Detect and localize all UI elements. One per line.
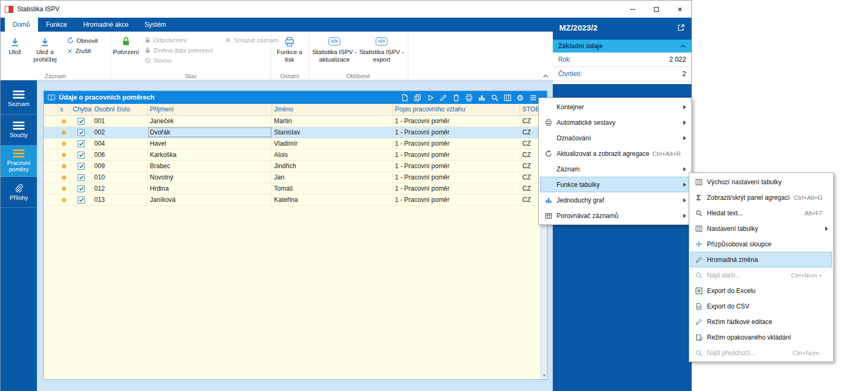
cell-stobc[interactable]: CZ <box>520 116 540 126</box>
cell-jmeno[interactable]: Tomáš <box>272 183 393 194</box>
cell-popis[interactable]: 1 - Pracovní poměr <box>393 138 520 149</box>
columns-button[interactable] <box>503 93 512 102</box>
table-row[interactable]: 006 Karkoška Alois 1 - Pracovní poměr CZ <box>44 149 540 161</box>
grid-menu-button[interactable] <box>529 93 537 102</box>
table-row[interactable]: 010 Novotný Jan 1 - Pracovní poměr CZ <box>44 172 540 183</box>
submenu-item-nastaveni-tabulky[interactable]: Nastavení tabulky <box>690 221 832 236</box>
row-flag-cell[interactable] <box>58 116 71 126</box>
row-flag-cell[interactable] <box>58 183 71 194</box>
cell-popis[interactable]: 1 - Pracovní poměr <box>393 149 520 160</box>
cell-stobc[interactable]: CZ <box>520 127 540 138</box>
cell-osobni-cislo[interactable]: 009 <box>92 161 148 171</box>
ispv-export-button[interactable]: </> Statistika ISPV - export <box>358 33 405 64</box>
sidebar-item-prilohy[interactable]: Přílohy <box>1 177 37 208</box>
table-row[interactable]: 009 Brabec Jindřich 1 - Pracovní poměr C… <box>44 161 540 172</box>
error-checkbox-cell[interactable] <box>71 161 92 171</box>
tab-hromadne-akce[interactable]: Hromadné akce <box>75 18 136 32</box>
submenu-item-export-excel[interactable]: Export do Excelu <box>690 283 832 298</box>
cell-jmeno[interactable]: Martin <box>272 116 393 126</box>
cell-popis[interactable]: 1 - Pracovní poměr <box>393 127 520 138</box>
table-row[interactable]: 004 Havel Vladimír 1 - Pracovní poměr CZ <box>44 138 540 149</box>
header-stobc[interactable]: STOBC <box>520 104 540 115</box>
field-rok-value[interactable]: 2 022 <box>669 56 686 63</box>
checkbox-checked-icon[interactable] <box>78 163 85 170</box>
cell-prijmeni[interactable]: Novotný <box>148 172 272 183</box>
checkbox-checked-icon[interactable] <box>78 197 85 204</box>
cell-osobni-cislo[interactable]: 013 <box>92 194 148 205</box>
ispv-update-button[interactable]: </> Statistika ISPV - aktualizace <box>311 33 358 64</box>
context-menu-item-zaznam[interactable]: Záznam <box>540 161 690 177</box>
row-flag-cell[interactable] <box>58 138 71 149</box>
context-menu-item-jednoduchy-graf[interactable]: Jednoduchý graf <box>540 192 690 208</box>
cell-jmeno[interactable]: Jan <box>272 172 393 183</box>
submenu-item-zobrazit-skryt-panel-agregaci[interactable]: Σ Zobrazit/skrýt panel agregací Ctrl+Alt… <box>690 190 832 205</box>
checkbox-checked-icon[interactable] <box>78 118 85 125</box>
cancel-button[interactable]: Zrušit <box>67 48 98 54</box>
cell-jmeno[interactable]: Jindřich <box>272 161 393 171</box>
tab-domu[interactable]: Domů <box>5 18 38 32</box>
header-osobni-cislo[interactable]: Osobní číslo <box>92 104 148 115</box>
cell-stobc[interactable]: CZ <box>520 183 540 194</box>
confirm-button[interactable]: Potvrzení <box>113 33 139 56</box>
submenu-item-hromadna-zmena[interactable]: Hromadná změna <box>690 252 832 267</box>
minimize-button[interactable] <box>621 1 644 18</box>
cell-prijmeni[interactable]: Hrdina <box>148 183 272 194</box>
submenu-item-hledat-text[interactable]: Hledat text... Alt+F7 <box>690 205 832 221</box>
cell-jmeno[interactable]: Stanislav <box>272 127 393 138</box>
maximize-button[interactable] <box>644 1 668 18</box>
cell-popis[interactable]: 1 - Pracovní poměr <box>393 161 520 171</box>
ribbon-collapse-icon[interactable] <box>543 74 549 78</box>
delete-row-button[interactable] <box>452 93 460 102</box>
run-button[interactable] <box>426 93 435 102</box>
row-indicator-cell[interactable] <box>44 149 58 160</box>
error-checkbox-cell[interactable] <box>71 127 92 138</box>
submenu-item-export-csv[interactable]: Export do CSV <box>690 298 832 314</box>
cell-stobc[interactable]: CZ <box>520 149 540 160</box>
context-menu-item-aktualizovat-agregace[interactable]: Aktualizovat a zobrazit agregace Ctrl+Al… <box>540 146 690 161</box>
sidebar-item-soucty[interactable]: Součty <box>1 115 37 146</box>
copy-record-button[interactable] <box>413 93 422 102</box>
cell-osobni-cislo[interactable]: 006 <box>92 149 148 160</box>
table-row[interactable]: 012 Hrdina Tomáš 1 - Pracovní poměr CZ <box>44 183 540 194</box>
context-menu-item-funkce-tabulky[interactable]: Funkce tabulky <box>540 177 690 192</box>
row-indicator-cell[interactable] <box>44 116 58 126</box>
error-checkbox-cell[interactable] <box>71 116 92 126</box>
row-flag-cell[interactable] <box>58 194 71 205</box>
header-prijmeni[interactable]: Příjmení <box>148 104 272 115</box>
table-row[interactable]: 001 Janeček Martin 1 - Pracovní poměr CZ <box>44 116 540 127</box>
header-chyba[interactable]: Chyba <box>71 104 92 115</box>
edit-record-button[interactable] <box>439 93 447 102</box>
submenu-item-prizpusobovat-sloupce[interactable]: Přizpůsobovat sloupce <box>690 236 832 252</box>
sidebar-item-seznam[interactable]: Seznam <box>1 84 37 115</box>
row-indicator-cell[interactable] <box>44 172 58 183</box>
row-indicator-cell[interactable] <box>44 183 58 194</box>
cell-stobc[interactable]: CZ <box>520 172 540 183</box>
submenu-item-vychozi-nastaveni[interactable]: Výchozí nastavení tabulky <box>690 174 832 190</box>
table-row[interactable]: 013 Janíková Kateřina 1 - Pracovní poměr… <box>44 194 540 206</box>
cell-jmeno[interactable]: Alois <box>272 149 393 160</box>
functions-print-button[interactable]: Funkce a tisk <box>273 33 306 64</box>
cell-popis[interactable]: 1 - Pracovní poměr <box>393 183 520 194</box>
cell-prijmeni[interactable]: Karkoška <box>148 149 272 160</box>
row-flag-cell[interactable] <box>58 161 71 171</box>
cell-osobni-cislo[interactable]: 012 <box>92 183 148 194</box>
header-popis[interactable]: Popis pracovního vztahu <box>393 104 520 115</box>
cell-prijmeni[interactable]: Janíková <box>148 194 272 205</box>
checkbox-checked-icon[interactable] <box>78 129 85 136</box>
cell-prijmeni[interactable]: Janeček <box>148 116 272 126</box>
cell-prijmeni-focused[interactable]: Dvořák <box>148 127 272 138</box>
error-checkbox-cell[interactable] <box>71 149 92 160</box>
settings-button[interactable]: ⚙ <box>516 93 524 102</box>
submenu-item-rezim-radkove-editace[interactable]: Režim řádkové editace <box>690 314 832 329</box>
context-menu-item-porovnavac-zaznamu[interactable]: Porovnávač záznamů <box>540 208 690 223</box>
cell-osobni-cislo[interactable]: 001 <box>92 116 148 126</box>
error-checkbox-cell[interactable] <box>71 183 92 194</box>
cell-jmeno[interactable]: Kateřina <box>272 194 393 205</box>
cell-osobni-cislo[interactable]: 010 <box>92 172 148 183</box>
close-button[interactable] <box>668 1 691 18</box>
row-flag-cell[interactable] <box>58 172 71 183</box>
cell-popis[interactable]: 1 - Pracovní poměr <box>393 116 520 126</box>
error-checkbox-cell[interactable] <box>71 138 92 149</box>
new-record-button[interactable] <box>400 93 409 102</box>
row-flag-cell[interactable] <box>58 127 71 138</box>
